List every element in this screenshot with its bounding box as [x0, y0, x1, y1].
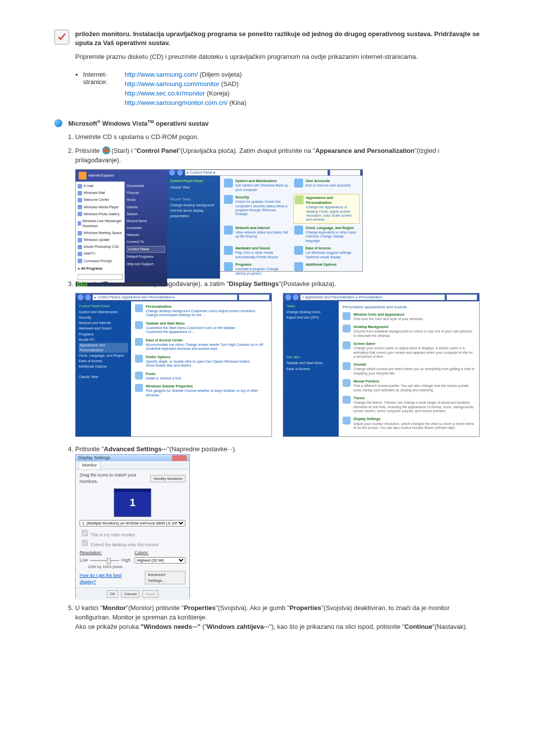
resolution-slider[interactable]: [90, 560, 120, 561]
side-item[interactable]: Ease of Access: [79, 359, 128, 364]
link-samsung-monitor[interactable]: http://www.samsung.com/monitor: [125, 80, 219, 88]
start-right-item[interactable]: Connect To: [127, 239, 165, 245]
cat-desc[interactable]: Add or remove user accounts: [306, 184, 351, 188]
start-right-control-panel[interactable]: Control Panel: [127, 246, 165, 253]
start-right-item[interactable]: Recent Items: [127, 218, 165, 224]
cp-search-input[interactable]: [446, 294, 477, 300]
address-bar[interactable]: ▸ Control Panel ▸: [185, 170, 328, 176]
address-bar[interactable]: ▸ Control Panel ▸ Appearance and Persona…: [92, 294, 237, 300]
start-left-item[interactable]: Windows Meeting Space: [84, 231, 122, 236]
link-sec-kr[interactable]: http://www.sec.co.kr/monitor: [125, 90, 205, 97]
side-item[interactable]: Hardware and Sound: [79, 326, 128, 331]
nav-back-icon[interactable]: [169, 170, 175, 176]
side-item[interactable]: Additional Options: [79, 364, 128, 369]
side-item[interactable]: Clock, Language, and Region: [79, 353, 128, 358]
side-seealso-item[interactable]: Ease of Access: [286, 367, 336, 372]
start-right-item[interactable]: Computer: [127, 225, 165, 231]
cat-title[interactable]: Hardware and Sound: [235, 246, 288, 251]
tab-monitor[interactable]: Monitor: [79, 461, 100, 469]
cat-desc[interactable]: Change keyboards or other input methods …: [306, 231, 358, 243]
nav-fwd-icon[interactable]: [293, 294, 299, 300]
cp-side-home[interactable]: Control Panel Home: [170, 179, 217, 184]
start-right-item[interactable]: Games: [127, 204, 165, 210]
cat-desc[interactable]: Play CDs or other media automatically Pr…: [235, 251, 288, 259]
nav-back-icon[interactable]: [285, 294, 291, 300]
cp-side-recent-item[interactable]: Change desktop background: [170, 203, 217, 208]
colors-select[interactable]: Highest (32 bit): [134, 557, 185, 564]
start-right-item[interactable]: Documents: [127, 183, 165, 189]
pz-row-title[interactable]: Theme: [354, 396, 475, 401]
pz-row-title[interactable]: Sounds: [354, 362, 475, 367]
cp-search-input[interactable]: [239, 294, 269, 300]
cat-desc[interactable]: Check for updates Check this computer's …: [235, 200, 288, 217]
pz-row-title[interactable]: Screen Saver: [354, 341, 475, 346]
start-left-item[interactable]: Windows Mail: [84, 190, 105, 195]
cat-title[interactable]: Additional Options: [306, 262, 337, 267]
nav-back-icon[interactable]: [78, 294, 84, 300]
cp-side-recent-item[interactable]: presentation: [170, 214, 217, 219]
side-item[interactable]: Mobile PC: [79, 337, 128, 342]
best-display-help-link[interactable]: How do I get the best display?: [76, 570, 141, 587]
monitor-select[interactable]: 1. (Multiple Monitors) on NVIDIA GeForce…: [80, 520, 185, 526]
cp-search-input[interactable]: [330, 170, 360, 176]
side-item[interactable]: Security: [79, 315, 128, 320]
start-right-item[interactable]: Default Programs: [127, 254, 165, 260]
side-seealso-item[interactable]: Taskbar and Start Menu: [286, 361, 336, 366]
side-item[interactable]: Programs: [79, 332, 128, 337]
start-right-item[interactable]: Help and Support: [127, 261, 165, 267]
start-right-item[interactable]: Search: [127, 211, 165, 217]
pz-row-display-settings[interactable]: Display Settings: [354, 417, 475, 422]
pz-row-title[interactable]: Window Color and Appearance: [354, 312, 424, 317]
start-left-item[interactable]: Windows Live Messenger Download: [83, 219, 123, 229]
start-left-item[interactable]: Windows Update: [84, 237, 110, 242]
side-item[interactable]: System and Maintenance: [79, 310, 128, 315]
cp-side-classic[interactable]: Classic View: [170, 185, 217, 190]
advanced-settings-button[interactable]: Advanced Settings...: [145, 571, 185, 584]
cat-title[interactable]: Clock, Language, and Region: [306, 226, 358, 231]
side-cp-home[interactable]: Control Panel Home: [79, 304, 128, 309]
cat-desc[interactable]: Let Windows suggest settings Optimize vi…: [306, 251, 358, 259]
pz-row-title[interactable]: Fonts: [146, 372, 181, 377]
pz-row-title[interactable]: Folder Options: [146, 355, 250, 360]
cat-title[interactable]: Security: [235, 195, 288, 200]
pz-row-title[interactable]: Mouse Pointers: [354, 379, 475, 384]
start-right-item[interactable]: Network: [127, 232, 165, 238]
pz-row-title[interactable]: Desktop Background: [354, 325, 475, 330]
cancel-button[interactable]: Cancel: [121, 590, 139, 598]
pz-row-title[interactable]: Windows Sidebar Properties: [146, 384, 267, 389]
pz-row-title[interactable]: Personalization: [146, 304, 255, 309]
close-icon[interactable]: [172, 455, 187, 461]
nav-fwd-icon[interactable]: [177, 170, 183, 176]
ok-button[interactable]: OK: [107, 590, 119, 598]
cat-title[interactable]: Network and Internet: [235, 226, 288, 231]
start-left-item[interactable]: Windows Media Player: [84, 205, 119, 210]
cat-desc[interactable]: View network status and tasks Set up fil…: [235, 231, 288, 239]
cat-appearance-title[interactable]: Appearance and Personalization: [306, 195, 358, 205]
cat-title[interactable]: Programs: [235, 262, 288, 267]
address-bar[interactable]: « Appearance and Personalization ▸ Perso…: [300, 294, 445, 300]
link-samsung-world[interactable]: http://www.samsung.com/: [125, 71, 198, 78]
cat-title[interactable]: User Accounts: [306, 179, 351, 184]
identify-monitors-button[interactable]: Identify Monitors: [150, 475, 185, 483]
cp-side-recent-item[interactable]: Get info about display: [170, 208, 217, 213]
cat-desc[interactable]: Uninstall a program Change startup progr…: [235, 267, 288, 276]
link-samsungmonitor-cn[interactable]: http://www.samsungmonitor.com.cn/: [125, 99, 227, 106]
pz-row-title[interactable]: Ease of Access Center: [146, 338, 263, 343]
start-right-item[interactable]: Music: [127, 197, 165, 203]
start-left-item[interactable]: E-mail: [84, 184, 93, 189]
all-programs[interactable]: ▸ All Programs: [77, 265, 124, 272]
start-left-item[interactable]: Windows Photo Gallery: [84, 212, 120, 217]
side-classic-view[interactable]: Classic View: [79, 375, 128, 379]
monitor-preview[interactable]: 1: [114, 488, 151, 517]
cat-desc[interactable]: Change the appearance of desktop Fonts, …: [306, 205, 358, 222]
side-task-item[interactable]: Adjust font size (DPI): [286, 315, 336, 320]
start-left-item[interactable]: Command Prompt: [84, 259, 112, 264]
apply-button[interactable]: Apply: [142, 590, 158, 598]
side-task-item[interactable]: Change desktop icons: [286, 310, 336, 315]
cat-desc[interactable]: Get started with Windows Back up your co…: [235, 184, 288, 192]
side-item[interactable]: Network and Internet: [79, 321, 128, 326]
cat-title[interactable]: System and Maintenance: [235, 179, 288, 184]
nav-fwd-icon[interactable]: [85, 294, 91, 300]
side-item-appearance[interactable]: Appearance and Personalization: [79, 343, 128, 353]
start-left-item[interactable]: Adobe Photoshop CS3: [84, 244, 119, 249]
